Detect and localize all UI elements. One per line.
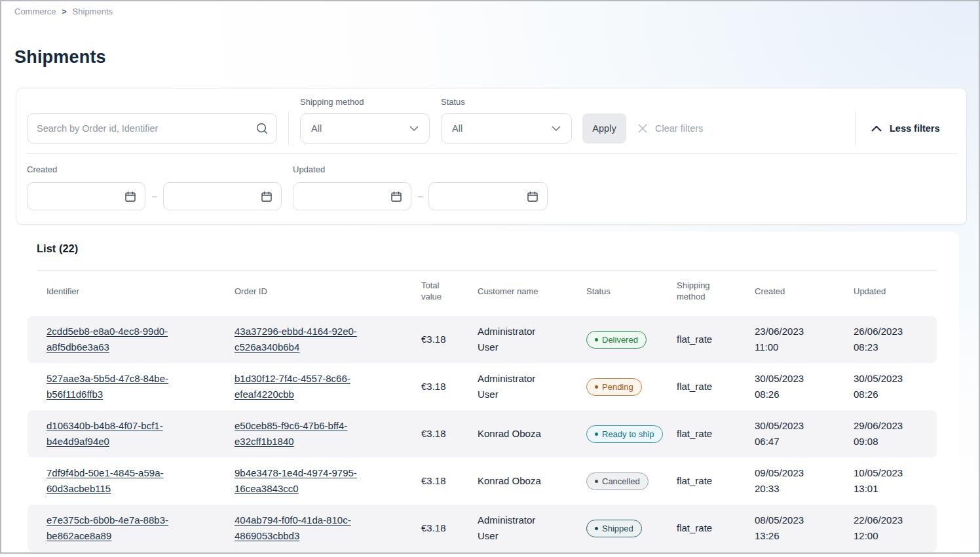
breadcrumb-commerce[interactable]: Commerce [14,7,56,16]
updated-to-field [428,182,548,210]
shipping-method-cell: flat_rate [677,379,755,394]
col-header-shipping-method: Shipping method [677,280,719,302]
created-from-input[interactable] [28,183,145,210]
table-row: 2cdd5eb8-e8a0-4ec8-99d0-a8f5db6e3a63 43a… [28,316,937,363]
updated-from-input[interactable] [293,183,411,210]
table-row: 527aae3a-5b5d-47c8-84be-b56f11d6ffb3 b1d… [28,363,937,410]
status-badge: Pending [586,378,642,396]
col-header-status: Status [586,286,677,297]
identifier-link[interactable]: 527aae3a-5b5d-47c8-84be-b56f11d6ffb3 [47,373,168,400]
status-value: All [452,123,462,134]
created-range-dash: – [152,191,157,201]
updated-from-field [293,182,411,210]
shipping-method-cell: flat_rate [677,426,755,442]
col-header-order-id: Order ID [235,286,421,297]
created-to-field [163,182,282,210]
total-value-cell: €3.18 [421,379,478,394]
total-value-cell: €3.18 [421,520,478,536]
created-label: Created [27,164,57,174]
shipping-method-cell: flat_rate [677,332,755,347]
search-field-wrap [27,113,277,144]
clear-filters-label: Clear filters [655,123,703,134]
breadcrumb-shipments: Shipments [73,7,113,16]
table-row: e7e375cb-6b0b-4e7a-88b3-be862ace8a89 404… [28,505,937,552]
status-dot-icon [595,527,598,530]
customer-name-cell: Administrator User [478,324,557,355]
search-input[interactable] [27,113,277,144]
created-cell: 30/05/202306:47 [755,418,854,450]
col-header-created: Created [755,286,854,297]
breadcrumb: Commerce > Shipments [14,7,113,16]
status-badge-label: Pending [602,381,633,393]
updated-label: Updated [293,164,325,174]
status-badge-label: Shipped [602,523,633,534]
status-select[interactable]: All [441,113,572,144]
shipments-page: Commerce > Shipments Shipments Shipping … [0,0,980,554]
customer-name-cell: Administrator User [478,371,557,402]
shipping-method-cell: flat_rate [677,473,755,489]
status-badge: Delivered [586,331,647,349]
status-badge-label: Cancelled [602,476,640,487]
shipping-method-value: All [311,123,322,134]
filter-divider-2 [855,112,856,145]
identifier-link[interactable]: d106340b-b4b8-4f07-bcf1-b4e4d9af94e0 [47,420,163,447]
shipping-method-cell: flat_rate [677,520,755,536]
created-cell: 09/05/202320:33 [755,465,854,497]
search-icon[interactable] [255,122,269,135]
updated-cell: 29/06/202309:08 [854,418,937,450]
status-dot-icon [595,385,598,389]
chevron-down-icon [552,126,561,131]
chevron-up-icon [871,126,882,132]
updated-cell: 22/06/202312:00 [854,512,937,544]
created-cell: 30/05/202308:26 [755,371,854,402]
order-id-link[interactable]: e50ceb85-f9c6-47b6-bff4-e32cff1b1840 [235,420,347,447]
customer-name-cell: Administrator User [478,512,557,544]
customer-name-cell: Konrad Oboza [478,426,557,442]
order-id-link[interactable]: 404ab794-f0f0-41da-810c-4869053cbbd3 [235,514,351,541]
chevron-down-icon [409,126,419,131]
status-dot-icon [595,432,598,436]
page-title: Shipments [14,47,106,67]
status-badge: Cancelled [586,472,649,490]
created-cell: 23/06/202311:00 [755,324,854,355]
updated-cell: 10/05/202313:01 [854,465,937,497]
order-id-link[interactable]: 9b4e3478-1e4d-4974-9795-16cea3843cc0 [235,467,357,494]
total-value-cell: €3.18 [421,473,478,489]
status-dot-icon [595,338,598,341]
shipping-method-label: Shipping method [300,97,364,107]
col-header-customer-name: Customer name [478,286,586,297]
apply-button[interactable]: Apply [582,113,626,144]
updated-range-dash: – [418,191,423,201]
updated-cell: 26/06/202308:23 [854,324,937,355]
identifier-link[interactable]: e7e375cb-6b0b-4e7a-88b3-be862ace8a89 [47,514,168,541]
col-header-updated: Updated [854,286,937,297]
updated-to-input[interactable] [429,183,547,210]
created-from-field [27,182,145,210]
shipments-list-panel: List (22) Identifier Order ID Total valu… [16,232,959,554]
breadcrumb-separator-icon: > [62,7,67,16]
status-badge-label: Ready to ship [602,429,654,440]
status-dot-icon [595,480,598,483]
shipping-method-select[interactable]: All [300,113,430,144]
list-title: List (22) [37,242,78,255]
identifier-link[interactable]: 2cdd5eb8-e8a0-4ec8-99d0-a8f5db6e3a63 [47,326,168,353]
created-to-input[interactable] [164,183,281,210]
status-badge: Shipped [586,520,642,537]
total-value-cell: €3.18 [421,332,478,347]
created-cell: 08/05/202313:26 [755,512,854,544]
updated-cell: 30/05/202308:26 [854,371,937,402]
filters-panel: Shipping method All Status All Apply [16,88,967,225]
less-filters-label: Less filters [890,123,940,134]
clear-filters-button[interactable]: Clear filters [637,113,703,144]
customer-name-cell: Konrad Oboza [478,473,557,489]
table-header-row: Identifier Order ID Total value Customer… [28,277,937,305]
list-header-divider [37,270,937,271]
order-id-link[interactable]: 43a37296-ebbd-4164-92e0-c526a340b6b4 [235,326,357,353]
order-id-link[interactable]: b1d30f12-7f4c-4557-8c66-efeaf4220cbb [235,373,350,400]
col-header-identifier: Identifier [47,286,235,297]
close-icon [637,123,648,134]
identifier-link[interactable]: 7df9f4bd-50e1-4845-a59a-60d3acbeb115 [47,467,163,494]
total-value-cell: €3.18 [421,426,478,442]
col-header-total-value: Total value [421,280,451,302]
less-filters-toggle[interactable]: Less filters [871,113,940,144]
